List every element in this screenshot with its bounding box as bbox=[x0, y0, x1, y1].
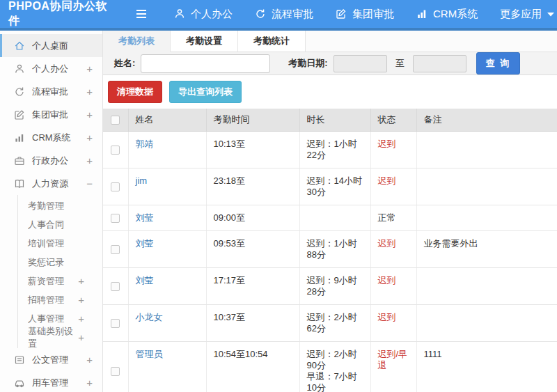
nav-personal-office[interactable]: 个人办公 bbox=[174, 8, 233, 21]
sidebar-item-admin-office[interactable]: 行政办公 + bbox=[0, 149, 102, 172]
cycle-arrow-icon bbox=[255, 8, 266, 19]
collapse-icon[interactable]: − bbox=[86, 178, 93, 189]
nav-crm-system[interactable]: CRM系统 bbox=[416, 8, 478, 21]
cycle-arrow-icon bbox=[14, 86, 25, 97]
sidebar-item-label: 流程审批 bbox=[32, 86, 68, 98]
status-badge: 迟到 bbox=[370, 305, 416, 342]
attendance-time: 09:00至 bbox=[206, 205, 299, 231]
nav-workflow-approval[interactable]: 流程审批 bbox=[255, 8, 313, 21]
select-all-cell bbox=[103, 109, 128, 132]
nav-label: 集团审批 bbox=[352, 8, 394, 21]
sidebar-item-label: 行政办公 bbox=[32, 155, 68, 167]
duration-text: 迟到：14小时30分 bbox=[299, 168, 370, 205]
employee-name-link[interactable]: 刘莹 bbox=[136, 212, 154, 223]
expand-icon[interactable]: + bbox=[78, 313, 84, 324]
sidebar-subitem-recruit-mgmt[interactable]: 招聘管理 + bbox=[18, 290, 102, 309]
employee-name-link[interactable]: 郭靖 bbox=[136, 139, 154, 149]
table-row: 小龙女 10:37至 迟到：2小时62分 迟到 bbox=[103, 305, 557, 342]
sidebar-subitem-attendance-mgmt[interactable]: 考勤管理 bbox=[18, 196, 102, 215]
caret-down-icon bbox=[547, 12, 554, 17]
expand-icon[interactable]: + bbox=[78, 294, 84, 306]
status-badge: 正常 bbox=[370, 205, 416, 231]
hamburger-menu-icon[interactable] bbox=[136, 10, 149, 19]
duration-text: 迟到：1小时22分 bbox=[299, 132, 370, 168]
clean-data-button[interactable]: 清理数据 bbox=[108, 81, 162, 103]
to-label: 至 bbox=[395, 57, 405, 70]
sidebar-subitem-reward-records[interactable]: 奖惩记录 bbox=[18, 253, 102, 272]
row-checkbox[interactable] bbox=[111, 367, 120, 376]
sidebar-item-personal-office[interactable]: 个人办公 + bbox=[0, 57, 102, 80]
employee-name-link[interactable]: 刘莹 bbox=[136, 238, 154, 249]
table-row: 刘莹 09:53至 迟到：1小时88分 迟到 业务需要外出 bbox=[103, 231, 557, 268]
expand-icon[interactable]: + bbox=[78, 331, 84, 343]
bar-chart-icon bbox=[14, 132, 25, 143]
sidebar-item-vehicle-mgmt[interactable]: 用车管理 + bbox=[0, 371, 102, 392]
sidebar-item-label: 用车管理 bbox=[32, 377, 68, 389]
expand-icon[interactable]: + bbox=[86, 132, 93, 143]
expand-icon[interactable]: + bbox=[86, 354, 93, 366]
expand-icon[interactable]: + bbox=[86, 63, 93, 75]
sidebar-item-group-approval[interactable]: 集团审批 + bbox=[0, 103, 102, 126]
note-text: 业务需要外出 bbox=[416, 231, 557, 268]
main-content: 考勤列表 考勤设置 考勤统计 姓名: 考勤日期: 至 查 询 清理数据 导出查询… bbox=[103, 31, 557, 392]
action-bar: 清理数据 导出查询列表 bbox=[103, 75, 557, 109]
sidebar-item-label: CRM系统 bbox=[32, 132, 71, 144]
nav-group-approval[interactable]: 集团审批 bbox=[336, 8, 394, 21]
sidebar-item-workflow-approval[interactable]: 流程审批 + bbox=[0, 80, 102, 103]
duration-text bbox=[299, 205, 370, 231]
expand-icon[interactable]: + bbox=[86, 155, 93, 166]
sidebar-subitem-label: 基础类别设置 bbox=[28, 325, 78, 350]
date-to-input[interactable] bbox=[413, 55, 466, 72]
tab-attendance-list[interactable]: 考勤列表 bbox=[103, 31, 171, 52]
duration-text: 迟到：2小时90分 早退：7小时10分 bbox=[299, 342, 370, 392]
sidebar-subitem-training-mgmt[interactable]: 培训管理 bbox=[18, 234, 102, 253]
note-text: 1111 bbox=[416, 342, 557, 392]
sidebar-subitem-label: 培训管理 bbox=[28, 237, 64, 250]
expand-icon[interactable]: + bbox=[86, 109, 93, 120]
date-from-input[interactable] bbox=[334, 55, 387, 72]
main-layout: 个人桌面 个人办公 + 流程审批 + 集团审批 + CRM系统 + 行政办公 + bbox=[0, 31, 557, 392]
table-row: 刘莹 17:17至 迟到：9小时28分 迟到 bbox=[103, 268, 557, 305]
sidebar-subitem-salary-mgmt[interactable]: 薪资管理 + bbox=[18, 272, 102, 290]
employee-name-link[interactable]: jim bbox=[136, 175, 148, 186]
home-icon bbox=[14, 40, 25, 52]
row-checkbox[interactable] bbox=[111, 214, 120, 223]
row-checkbox[interactable] bbox=[111, 319, 120, 328]
select-all-checkbox[interactable] bbox=[111, 116, 120, 125]
sidebar-subitem-base-category-settings[interactable]: 基础类别设置 + bbox=[18, 328, 102, 347]
row-checkbox[interactable] bbox=[111, 182, 120, 191]
note-text bbox=[416, 168, 557, 205]
note-text bbox=[416, 132, 557, 168]
sidebar-item-label: 个人办公 bbox=[32, 63, 68, 75]
nav-more-apps[interactable]: 更多应用 bbox=[500, 8, 554, 21]
sidebar-item-human-resources[interactable]: 人力资源 − bbox=[0, 172, 102, 195]
sidebar-item-personal-desktop[interactable]: 个人桌面 bbox=[0, 34, 102, 57]
expand-icon[interactable]: + bbox=[86, 86, 93, 97]
sidebar-item-crm-system[interactable]: CRM系统 + bbox=[0, 126, 102, 149]
sidebar-item-document-mgmt[interactable]: 公文管理 + bbox=[0, 348, 102, 371]
sidebar-subitem-label: 考勤管理 bbox=[28, 200, 64, 212]
expand-icon[interactable]: + bbox=[86, 377, 93, 389]
employee-name-link[interactable]: 刘莹 bbox=[136, 275, 154, 285]
tab-attendance-settings[interactable]: 考勤设置 bbox=[171, 31, 238, 52]
document-icon bbox=[14, 354, 25, 366]
row-checkbox[interactable] bbox=[111, 146, 120, 155]
status-badge: 迟到/早退 bbox=[370, 342, 416, 392]
employee-name-link[interactable]: 小龙女 bbox=[136, 312, 163, 322]
sidebar-subitem-hr-contract[interactable]: 人事合同 bbox=[18, 215, 102, 234]
employee-name-link[interactable]: 管理员 bbox=[136, 349, 163, 359]
row-checkbox[interactable] bbox=[111, 245, 120, 254]
search-button[interactable]: 查 询 bbox=[476, 52, 521, 75]
row-checkbox[interactable] bbox=[111, 282, 120, 291]
tab-attendance-stats[interactable]: 考勤统计 bbox=[238, 31, 306, 52]
attendance-time: 09:53至 bbox=[206, 231, 299, 268]
app-title: PHPOA协同办公软件 bbox=[0, 0, 117, 29]
filter-bar: 姓名: 考勤日期: 至 查 询 bbox=[103, 52, 557, 75]
app-header: PHPOA协同办公软件 个人办公 流程审批 集团审批 CRM系统 更多应用 bbox=[0, 0, 557, 31]
open-book-icon bbox=[14, 178, 25, 189]
export-list-button[interactable]: 导出查询列表 bbox=[169, 81, 242, 103]
expand-icon[interactable]: + bbox=[78, 275, 84, 287]
person-icon bbox=[174, 8, 185, 19]
name-input[interactable] bbox=[141, 54, 270, 73]
attendance-table: 姓名 考勤时间 时长 状态 备注 郭靖 10:13至 迟到：1小时22分 迟到 bbox=[103, 109, 557, 392]
